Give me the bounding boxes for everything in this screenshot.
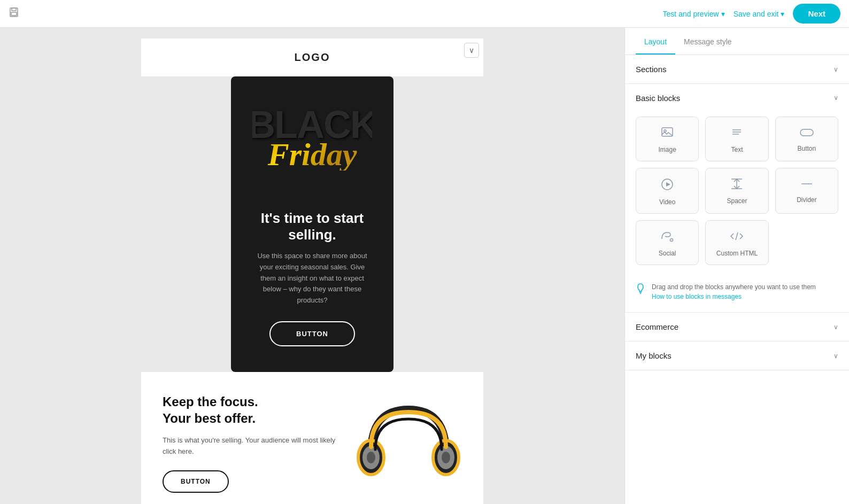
hero-section: BLACK Friday It's time to start selling.… [231,76,393,372]
svg-marker-18 [666,182,670,187]
block-item-custom-html[interactable]: Custom HTML [705,220,768,265]
drag-hint-link[interactable]: How to use blocks in messages [652,293,742,300]
block-item-image[interactable]: Image [636,117,699,161]
right-panel: Layout Message style Sections ∨ Basic bl… [624,28,849,504]
panel-section-basic-blocks: Basic blocks ∧ Image [625,84,849,313]
product-button[interactable]: BUTTON [163,470,229,493]
custom-html-block-icon [729,230,744,245]
divider-block-icon [799,178,814,192]
block-item-divider[interactable]: Divider [775,168,838,214]
drag-hint-content: Drag and drop the blocks anywhere you wa… [652,282,816,301]
hero-headline: It's time to start selling. [252,210,372,243]
tab-layout[interactable]: Layout [636,28,675,55]
hero-subtext: Use this space to share more about your … [252,251,372,306]
social-block-label: Social [659,250,676,257]
spacer-block-icon [729,178,744,193]
panel-section-my-blocks: My blocks ∨ [625,342,849,370]
image-block-icon [661,127,674,142]
text-block-label: Text [731,146,743,153]
my-blocks-title: My blocks [636,351,672,360]
basic-blocks-title: Basic blocks [636,94,680,103]
black-friday-graphic: BLACK Friday [252,105,372,170]
product-section: Keep the focus. Your best offer. This is… [141,372,483,504]
panel-section-ecommerce: Ecommerce ∨ [625,313,849,342]
spacer-block-label: Spacer [727,197,747,205]
next-button[interactable]: Next [793,4,840,24]
basic-blocks-chevron-icon: ∧ [833,95,838,102]
sections-title: Sections [636,65,667,74]
lightbulb-icon [636,283,645,298]
ecommerce-chevron-icon: ∨ [833,323,838,331]
block-item-button[interactable]: Button [775,117,838,161]
block-item-video[interactable]: Video [636,168,699,214]
block-item-social[interactable]: Social [636,220,699,265]
svg-rect-2 [11,12,17,15]
product-image-area [355,393,462,502]
email-container: LOGO BLACK Friday It's time to start sel… [141,38,483,504]
custom-html-block-label: Custom HTML [716,250,758,257]
hero-image-area: BLACK Friday [252,76,372,199]
panel-section-sections: Sections ∨ [625,55,849,84]
sections-header[interactable]: Sections ∨ [625,55,849,83]
test-preview-arrow-icon: ▾ [721,10,725,18]
my-blocks-chevron-icon: ∨ [833,352,838,360]
drag-hint: Drag and drop the blocks anywhere you wa… [625,276,849,312]
svg-point-5 [367,452,375,463]
product-description: This is what you're selling. Your audien… [163,435,342,458]
svg-rect-1 [12,8,16,11]
topbar: Test and preview ▾ Save and exit ▾ Next [0,0,849,28]
svg-point-8 [442,452,450,463]
product-headline: Keep the focus. Your best offer. [163,393,342,427]
divider-block-label: Divider [797,196,816,204]
chevron-down-icon: ∨ [469,46,474,55]
social-block-icon [660,230,675,245]
collapse-button[interactable]: ∨ [464,43,479,58]
video-block-icon [661,178,674,194]
main-layout: ∨ LOGO BLACK Friday [0,28,849,504]
friday-text: Friday [252,138,372,170]
hero-button[interactable]: BUTTON [269,321,355,346]
button-block-label: Button [797,145,816,152]
panel-tabs: Layout Message style [625,28,849,55]
canvas-wrapper: ∨ LOGO BLACK Friday [141,38,483,504]
svg-line-24 [736,232,738,240]
button-block-icon [799,127,814,141]
video-block-label: Video [659,198,675,206]
tab-message-style[interactable]: Message style [675,28,740,55]
save-exit-button[interactable]: Save and exit ▾ [734,10,785,18]
sections-chevron-icon: ∨ [833,66,838,73]
block-item-spacer[interactable]: Spacer [705,168,768,214]
ecommerce-header[interactable]: Ecommerce ∨ [625,313,849,341]
basic-blocks-header[interactable]: Basic blocks ∧ [625,84,849,112]
blocks-grid: Image Text [625,112,849,276]
text-block-icon [730,127,743,142]
canvas-area: ∨ LOGO BLACK Friday [0,28,624,504]
block-item-text[interactable]: Text [705,117,768,161]
headphones-image [355,393,462,500]
save-exit-arrow-icon: ▾ [781,10,784,18]
save-icon [9,7,19,20]
test-preview-button[interactable]: Test and preview ▾ [663,10,725,18]
my-blocks-header[interactable]: My blocks ∨ [625,342,849,370]
product-text: Keep the focus. Your best offer. This is… [163,393,342,493]
svg-rect-16 [800,129,813,136]
svg-point-23 [670,239,673,242]
ecommerce-title: Ecommerce [636,322,678,331]
logo-bar: LOGO [141,38,483,76]
logo-text: LOGO [295,51,330,63]
image-block-label: Image [658,146,676,153]
